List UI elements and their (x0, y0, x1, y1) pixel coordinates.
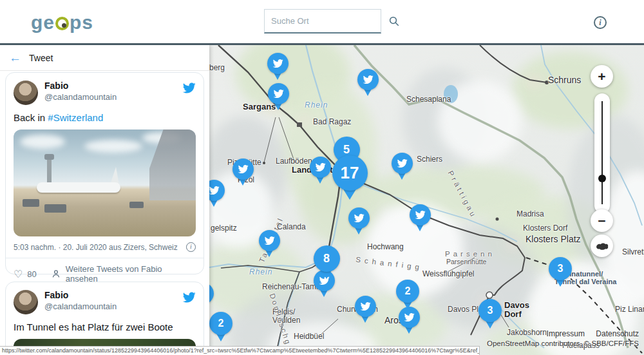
tweet-card[interactable]: Fabio @calandamountain Back in #Switzerl… (5, 72, 204, 274)
datenschutz-link[interactable]: Datenschutz (596, 329, 639, 338)
search-input[interactable] (265, 16, 388, 26)
tweet-marker[interactable] (268, 83, 289, 104)
more-tweets-link[interactable]: Weitere Tweets von Fabio ansehen (66, 264, 196, 283)
tweet-text: Back in #Switzerland (14, 112, 196, 123)
zoom-out-button[interactable]: − (591, 209, 613, 232)
tweet-marker[interactable] (348, 207, 370, 229)
cluster-marker[interactable]: 3 (549, 257, 572, 280)
tweet-author-handle[interactable]: @calandamountain (44, 302, 182, 312)
fit-extent-button[interactable] (591, 235, 613, 257)
tweet-author-name[interactable]: Fabio (44, 290, 182, 302)
tweet-info-icon[interactable]: i (186, 242, 196, 252)
sidebar-title: Tweet (29, 53, 53, 63)
info-icon[interactable]: i (594, 16, 607, 29)
hashtag-link[interactable]: #Switzerland (48, 112, 103, 123)
link-status-bar: https://twitter.com/calandamountain/stat… (0, 346, 480, 355)
twitter-logo-icon[interactable] (182, 81, 196, 95)
tweet-photo[interactable] (14, 130, 196, 236)
avatar[interactable] (14, 290, 38, 314)
tweet-meta: 5:03 nachm. · 20. Juli 2020 aus Zizers, … (14, 243, 186, 252)
cluster-marker[interactable]: 3 (478, 299, 502, 322)
tweet-author-name[interactable]: Fabio (44, 81, 182, 92)
tweet-marker[interactable] (259, 230, 280, 251)
sidebar-header: ← Tweet (0, 45, 209, 71)
logo-text-right: ps (70, 12, 93, 34)
country-shape-icon (595, 242, 609, 251)
tweet-marker[interactable] (357, 69, 379, 90)
map-canvas[interactable]: rbergSargansRheinBad RagazSchesaplanaSch… (209, 45, 644, 355)
map-markers: 58223317 (209, 45, 644, 355)
tweet-marker[interactable] (399, 307, 420, 328)
cluster-marker[interactable]: 2 (396, 280, 419, 303)
app-window: geps i ← Tweet Fabio @calandamountain (0, 0, 644, 355)
impressum-link[interactable]: Impressum (547, 329, 585, 338)
twitter-logo-icon[interactable] (182, 291, 196, 304)
header-bar: geps i (0, 0, 644, 45)
tweet-text: Im Tunnel es hat Platz für zwei Boote (14, 321, 196, 332)
zoom-slider[interactable] (594, 93, 610, 213)
tweet-author-handle[interactable]: @calandamountain (44, 92, 182, 103)
tweet-marker[interactable] (392, 153, 413, 174)
back-arrow-icon[interactable]: ← (9, 52, 21, 64)
logo-text-left: ge (31, 12, 55, 34)
avatar[interactable] (14, 81, 38, 105)
cluster-marker[interactable]: 8 (314, 245, 340, 272)
person-icon (51, 269, 61, 279)
geops-logo[interactable]: geps (31, 12, 93, 34)
cluster-marker[interactable]: 2 (209, 312, 232, 335)
map-attribution: Impressum Datenschutz OpenStreetMap cont… (487, 329, 639, 347)
tweet-marker[interactable] (232, 158, 254, 180)
tweet-card[interactable]: Fabio @calandamountain Im Tunnel es hat … (5, 282, 204, 355)
tweet-marker[interactable] (267, 53, 289, 74)
like-count: 80 (27, 269, 36, 279)
tweet-marker[interactable] (209, 180, 225, 201)
tweet-sidebar: ← Tweet Fabio @calandamountain Back in #… (0, 45, 209, 355)
zoom-in-button[interactable]: + (591, 65, 613, 88)
logo-o-icon (55, 17, 69, 30)
tweet-marker[interactable] (310, 157, 331, 178)
tweet-marker[interactable] (410, 204, 431, 225)
copyright-text: OpenStreetMap contributors, © SBB/CFF/FF… (487, 340, 639, 347)
zoom-slider-track (601, 101, 603, 204)
like-icon[interactable]: ♡ (14, 268, 23, 280)
search-box (264, 9, 381, 34)
search-icon[interactable] (388, 15, 400, 27)
tweet-marker[interactable] (355, 296, 376, 317)
tweet-marker[interactable] (209, 283, 214, 304)
cluster-marker[interactable]: 17 (332, 155, 368, 191)
zoom-slider-thumb[interactable] (598, 175, 606, 182)
